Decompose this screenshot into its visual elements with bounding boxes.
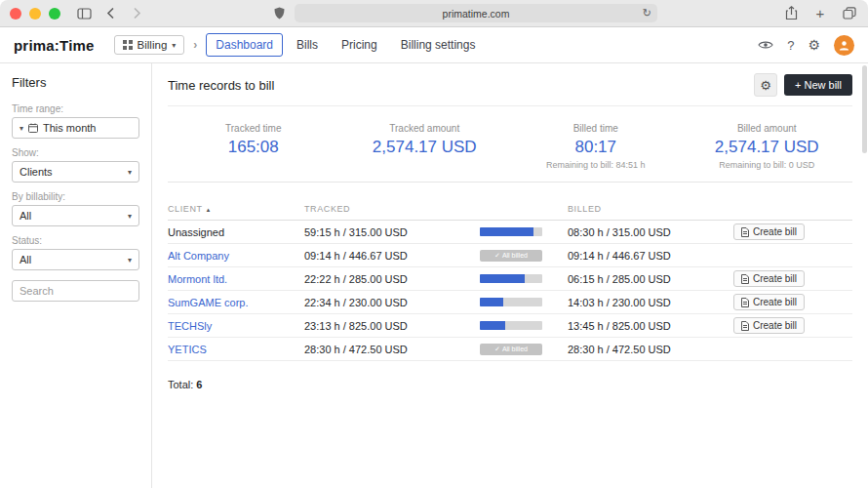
create-bill-button[interactable]: Create bill	[733, 317, 805, 334]
calendar-icon	[28, 123, 38, 133]
tab-dashboard[interactable]: Dashboard	[206, 33, 283, 57]
chevron-down-icon: ▾	[128, 212, 132, 221]
client-cell[interactable]: SumGAME corp.	[168, 297, 249, 308]
browser-window: primatime.com ↻ + prima:Time Billing ▾ ›…	[0, 0, 868, 488]
filter-label: Show:	[12, 147, 139, 158]
tab-bills[interactable]: Bills	[287, 33, 328, 57]
workspace-label: Billing	[138, 39, 168, 51]
tracked-cell: 09:14 h / 446.67 USD	[304, 250, 480, 262]
privacy-shield-icon[interactable]	[270, 5, 288, 22]
create-bill-button[interactable]: Create bill	[733, 224, 805, 240]
breadcrumb-chevron-icon: ›	[193, 38, 197, 52]
show-value: Clients	[20, 166, 123, 178]
chevron-down-icon: ▾	[128, 256, 132, 264]
tab-billing-settings[interactable]: Billing settings	[391, 33, 486, 57]
eye-icon[interactable]	[758, 40, 773, 50]
tab-pricing[interactable]: Pricing	[332, 33, 387, 57]
new-tab-icon[interactable]: +	[811, 5, 829, 22]
tracked-cell: 59:15 h / 315.00 USD	[304, 226, 480, 238]
filter-label: By billability:	[12, 191, 139, 202]
table-header: CLIENT▲ TRACKED BILLED	[168, 204, 852, 221]
table-row: Mormont ltd. 22:22 h / 285.00 USD 06:15 …	[168, 267, 852, 291]
document-icon	[741, 274, 749, 284]
stat-billed-amount: Billed amount 2,574.17 USD Remaining to …	[682, 123, 853, 170]
billed-cell: 28:30 h / 472.50 USD	[568, 344, 733, 355]
tracked-cell: 23:13 h / 825.00 USD	[304, 320, 480, 332]
main-nav: Dashboard Bills Pricing Billing settings	[206, 33, 485, 57]
filter-label: Time range:	[12, 103, 139, 114]
main-panel: Time records to bill ⚙ + New bill Tracke…	[152, 63, 868, 488]
billing-progress-bar	[480, 227, 542, 236]
create-bill-button[interactable]: Create bill	[733, 294, 805, 310]
chevron-down-icon: ▾	[172, 41, 176, 50]
all-billed-badge: ✓All billed	[480, 344, 542, 355]
person-icon	[839, 40, 849, 51]
column-header-client[interactable]: CLIENT▲	[168, 204, 304, 214]
tracked-cell: 22:22 h / 285.00 USD	[304, 273, 480, 285]
client-cell[interactable]: Alt Company	[168, 250, 229, 262]
workspace-selector[interactable]: Billing ▾	[114, 35, 185, 55]
total-row: Total: 6	[168, 379, 852, 390]
client-cell[interactable]: Mormont ltd.	[168, 273, 227, 285]
client-cell[interactable]: YETICS	[168, 344, 207, 355]
reload-icon[interactable]: ↻	[643, 8, 651, 19]
status-select[interactable]: All ▾	[12, 249, 139, 270]
table-row: TECHSly 23:13 h / 825.00 USD 13:45 h / 8…	[168, 314, 852, 338]
all-billed-badge: ✓All billed	[480, 250, 542, 262]
billing-progress-bar	[480, 321, 542, 330]
grid-icon	[123, 40, 133, 50]
column-header-tracked[interactable]: TRACKED	[304, 204, 480, 214]
tracked-cell: 28:30 h / 472.50 USD	[304, 344, 480, 355]
forward-icon[interactable]	[128, 5, 145, 22]
billed-cell: 14:03 h / 230.00 USD	[568, 297, 733, 308]
document-icon	[741, 227, 749, 237]
client-cell[interactable]: Unassigned	[168, 226, 224, 238]
avatar[interactable]	[834, 35, 854, 56]
new-bill-button[interactable]: + New bill	[784, 74, 852, 96]
url-bar[interactable]: primatime.com ↻	[295, 4, 657, 22]
filters-sidebar: Filters Time range: ▾ This month Show: C…	[0, 63, 152, 488]
client-cell[interactable]: TECHSly	[168, 320, 212, 332]
search-input[interactable]	[12, 280, 139, 302]
app-logo: prima:Time	[14, 37, 95, 54]
column-header-billed[interactable]: BILLED	[568, 204, 733, 214]
app-header: prima:Time Billing ▾ › Dashboard Bills P…	[0, 27, 868, 63]
help-icon[interactable]: ?	[787, 38, 794, 53]
tab-overview-icon[interactable]	[841, 5, 858, 22]
billing-progress-bar	[480, 274, 542, 283]
stat-tracked-time: Tracked time 165:08	[168, 123, 339, 170]
minimize-window-button[interactable]	[29, 8, 41, 20]
sidebar-title: Filters	[12, 75, 139, 90]
share-icon[interactable]	[782, 5, 800, 22]
url-text: primatime.com	[443, 8, 510, 20]
filter-label: Status:	[12, 235, 139, 246]
table-row: YETICS 28:30 h / 472.50 USD ✓All billed …	[168, 338, 852, 361]
close-window-button[interactable]	[10, 8, 21, 20]
table-body: Unassigned 59:15 h / 315.00 USD 08:30 h …	[168, 221, 852, 361]
status-value: All	[20, 254, 123, 265]
scrollbar-thumb[interactable]	[862, 65, 867, 153]
table-row: Unassigned 59:15 h / 315.00 USD 08:30 h …	[168, 221, 852, 244]
settings-gear-icon[interactable]: ⚙	[808, 38, 820, 52]
chevron-down-icon: ▾	[128, 168, 132, 177]
total-count: 6	[196, 379, 202, 390]
check-icon: ✓	[494, 252, 500, 260]
table-row: SumGAME corp. 22:34 h / 230.00 USD 14:03…	[168, 291, 852, 314]
create-bill-button[interactable]: Create bill	[733, 270, 805, 287]
browser-chrome: primatime.com ↻ +	[0, 0, 868, 27]
traffic-lights	[10, 8, 60, 20]
chevron-down-icon: ▾	[20, 124, 23, 133]
stat-tracked-amount: Tracked amount 2,574.17 USD	[339, 123, 511, 170]
billability-value: All	[20, 210, 123, 222]
show-select[interactable]: Clients ▾	[12, 161, 139, 183]
billing-table: CLIENT▲ TRACKED BILLED Unassigned 59:15 …	[168, 204, 852, 390]
time-range-select[interactable]: ▾ This month	[12, 117, 139, 139]
zoom-window-button[interactable]	[49, 8, 60, 20]
sort-asc-icon: ▲	[206, 207, 213, 213]
billability-select[interactable]: All ▾	[12, 205, 139, 226]
page-settings-gear-button[interactable]: ⚙	[754, 73, 777, 97]
billed-cell: 08:30 h / 315.00 USD	[568, 226, 733, 238]
billed-cell: 09:14 h / 446.67 USD	[568, 250, 733, 262]
back-icon[interactable]	[101, 5, 119, 22]
sidebar-toggle-icon[interactable]	[75, 5, 93, 22]
